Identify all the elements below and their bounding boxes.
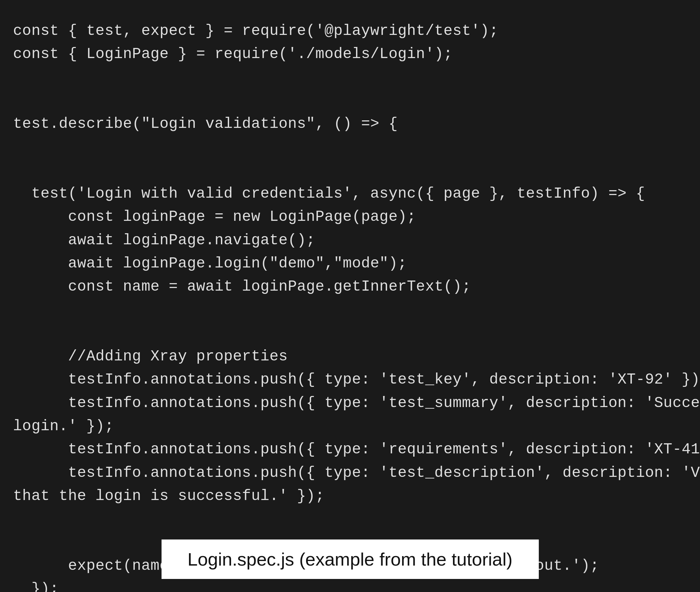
code-line-15: //Adding Xray properties — [13, 348, 288, 365]
code-line-8: test('Login with valid credentials', asy… — [13, 185, 645, 202]
code-line-18: login.' }); — [13, 418, 114, 435]
code-block: const { test, expect } = require('@playw… — [13, 19, 687, 592]
caption-box: Login.spec.js (example from the tutorial… — [161, 540, 539, 579]
code-line-9: const loginPage = new LoginPage(page); — [13, 208, 416, 226]
code-line-20: testInfo.annotations.push({ type: 'test_… — [13, 464, 700, 482]
code-line-12: const name = await loginPage.getInnerTex… — [13, 278, 471, 295]
code-line-19: testInfo.annotations.push({ type: 'requi… — [13, 441, 700, 458]
code-line-17: testInfo.annotations.push({ type: 'test_… — [13, 395, 700, 412]
code-line-10: await loginPage.navigate(); — [13, 232, 315, 249]
code-line-25: }); — [13, 581, 59, 592]
caption-text: Login.spec.js (example from the tutorial… — [188, 549, 513, 570]
code-line-2: const { LoginPage } = require('./models/… — [13, 46, 453, 63]
code-line-11: await loginPage.login("demo","mode"); — [13, 255, 407, 272]
code-line-21: that the login is successful.' }); — [13, 488, 324, 505]
code-line-5: test.describe("Login validations", () =>… — [13, 115, 398, 133]
code-area: const { test, expect } = require('@playw… — [0, 0, 700, 520]
code-line-16: testInfo.annotations.push({ type: 'test_… — [13, 371, 700, 388]
code-line-1: const { test, expect } = require('@playw… — [13, 22, 498, 40]
